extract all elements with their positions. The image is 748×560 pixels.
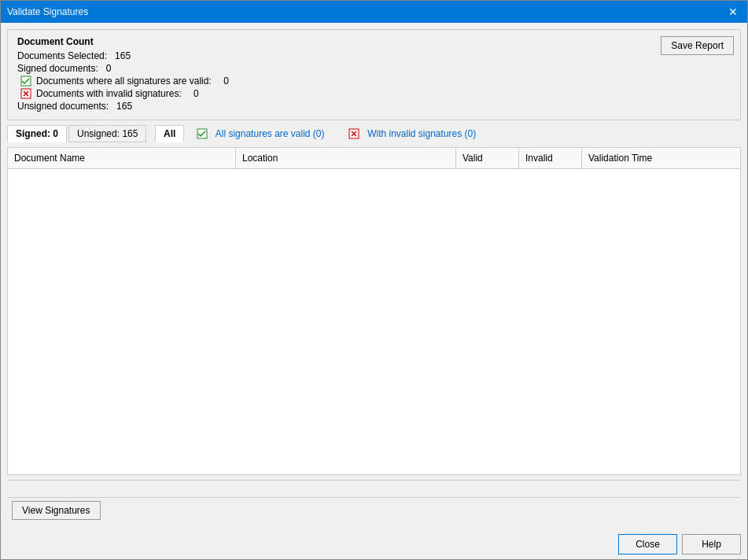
all-valid-value: 0 [223,76,229,87]
col-document-name: Document Name [8,148,236,168]
invalid-signatures-link[interactable]: With invalid signatures (0) [367,128,476,139]
col-valid: Valid [456,148,519,168]
signed-documents-label: Signed documents: [17,63,98,74]
unsigned-label: Unsigned documents: [17,101,109,112]
valid-tab-icon [197,128,208,139]
documents-selected-value: 165 [115,50,131,61]
invalid-value: 0 [193,88,199,99]
tab-all[interactable]: All [155,125,184,142]
col-invalid: Invalid [519,148,582,168]
col-validation-time: Validation Time [582,148,740,168]
unsigned-value: 165 [116,101,132,112]
col-location: Location [236,148,456,168]
invalid-label: Documents with invalid signatures: [36,88,182,99]
table-body [8,169,740,474]
tab-signed[interactable]: Signed: 0 [7,125,67,142]
signed-documents-row: Signed documents: 0 [17,63,731,74]
document-table: Document Name Location Valid Invalid Val… [7,147,741,475]
title-bar: Validate Signatures ✕ [1,1,747,23]
unsigned-documents-row: Unsigned documents: 165 [17,101,731,112]
document-count-header: Document Count [17,36,731,47]
main-content: Document Count Documents Selected: 165 S… [1,23,747,529]
bottom-bar: View Signatures [7,497,741,523]
invalid-row: Documents with invalid signatures: 0 [20,88,731,99]
close-window-button[interactable]: ✕ [725,4,741,20]
horizontal-scrollbar[interactable] [7,480,741,492]
documents-selected-label: Documents Selected: [17,50,107,61]
window-title: Validate Signatures [7,6,88,17]
valid-check-icon [20,76,31,87]
view-signatures-button[interactable]: View Signatures [12,501,101,520]
table-header: Document Name Location Valid Invalid Val… [8,148,740,169]
valid-signatures-link[interactable]: All signatures are valid (0) [216,128,325,139]
tab-unsigned[interactable]: Unsigned: 165 [68,125,146,142]
invalid-tab-icon [348,128,359,139]
all-valid-row: Documents where all signatures are valid… [20,76,731,87]
save-report-button[interactable]: Save Report [661,36,734,55]
info-panel: Document Count Documents Selected: 165 S… [7,29,741,120]
footer: Close Help [1,529,747,559]
documents-selected-row: Documents Selected: 165 [17,50,731,61]
invalid-warning-icon [20,88,31,99]
all-valid-label: Documents where all signatures are valid… [36,76,212,87]
help-button[interactable]: Help [682,534,741,554]
signed-documents-value: 0 [106,63,112,74]
close-button[interactable]: Close [618,534,677,554]
tabs-row: Signed: 0 Unsigned: 165 All All signatur… [7,125,741,142]
main-window: Validate Signatures ✕ Document Count Doc… [0,0,748,560]
